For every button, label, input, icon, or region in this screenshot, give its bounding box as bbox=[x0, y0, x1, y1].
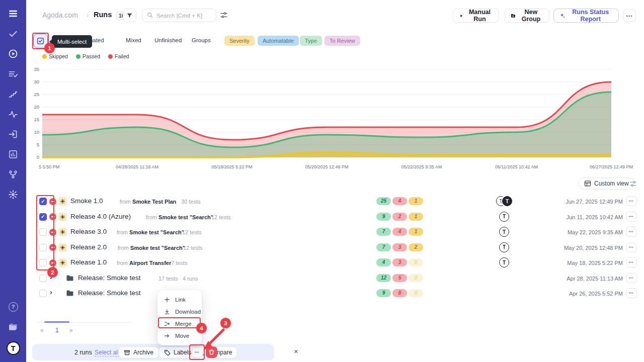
close-icon[interactable]: × bbox=[294, 347, 298, 355]
row-checkbox[interactable]: ✓ bbox=[39, 228, 47, 236]
table-row[interactable]: ✓ Release 2.0 from Smoke test "Search" 1… bbox=[0, 240, 644, 255]
header: Agoda.com › Runs 16 Manual Run New Group… bbox=[0, 0, 644, 30]
run-tests-count: 30 tests bbox=[181, 199, 201, 205]
filter-pill-to-review[interactable]: To Review bbox=[325, 36, 360, 46]
runs-play-icon[interactable] bbox=[8, 48, 19, 59]
menu-item-merge[interactable]: Merge bbox=[157, 318, 202, 330]
menu-item-move[interactable]: Move bbox=[157, 330, 202, 342]
table-row[interactable]: ✓ Release 3.0 from Smoke test "Search" 1… bbox=[0, 224, 644, 240]
breadcrumb-project[interactable]: Agoda.com bbox=[42, 11, 78, 19]
run-source[interactable]: from Smoke Test Plan bbox=[120, 199, 176, 205]
adjustments-sliders-icon[interactable] bbox=[220, 11, 228, 19]
row-more-button[interactable]: ⋯ bbox=[626, 227, 637, 237]
run-name-link[interactable]: Release 3.0 bbox=[70, 228, 107, 235]
delete-button[interactable] bbox=[206, 346, 217, 358]
milestones-steps-icon[interactable] bbox=[8, 88, 19, 100]
header-more-button[interactable]: ⋯ bbox=[623, 9, 636, 22]
expand-chevron-icon[interactable]: › bbox=[50, 288, 52, 296]
tab-unfinished[interactable]: Unfinished bbox=[154, 37, 182, 43]
test-plans-icon[interactable] bbox=[8, 68, 19, 79]
pulse-activity-icon[interactable] bbox=[8, 109, 19, 120]
select-all-link[interactable]: Select all bbox=[95, 349, 119, 356]
tab-mixed[interactable]: Mixed bbox=[126, 37, 141, 43]
run-source[interactable]: from Airport Transfer bbox=[117, 260, 171, 266]
run-status-pills: 12 5 0 bbox=[376, 274, 423, 282]
failed-status-icon bbox=[49, 259, 56, 266]
menu-icon[interactable] bbox=[8, 8, 19, 19]
row-more-button[interactable]: ⋯ bbox=[626, 212, 637, 222]
tab-groups[interactable]: Groups bbox=[192, 37, 211, 43]
run-name-link[interactable]: Smoke 1.0 bbox=[70, 197, 103, 205]
bulk-more-button[interactable]: ⋯ bbox=[192, 347, 203, 357]
runs-status-report-button[interactable]: Runs Status Report bbox=[553, 9, 619, 23]
search-box bbox=[142, 9, 216, 22]
menu-item-download[interactable]: Download bbox=[157, 306, 202, 318]
run-name-link[interactable]: Release 4.0 (Azure) bbox=[70, 213, 131, 220]
chart-legend: Skipped Passed Failed bbox=[42, 53, 129, 59]
row-checkbox[interactable]: ✓ bbox=[39, 213, 47, 221]
row-more-button[interactable]: ⋯ bbox=[626, 242, 637, 252]
row-more-button[interactable]: ⋯ bbox=[626, 257, 637, 267]
archive-button[interactable]: Archive bbox=[118, 346, 159, 358]
group-name[interactable]: Release: Smoke test bbox=[78, 274, 141, 282]
new-group-button[interactable]: New Group bbox=[504, 9, 549, 23]
expand-chevron-icon[interactable]: › bbox=[50, 273, 52, 281]
help-icon[interactable]: ? bbox=[8, 301, 19, 312]
labels-button[interactable]: Labels bbox=[158, 346, 197, 358]
pagination-next[interactable]: » bbox=[69, 327, 73, 334]
multi-select-tooltip: Multi-select bbox=[52, 35, 92, 48]
projects-folder-icon[interactable] bbox=[8, 321, 19, 332]
run-source[interactable]: from Smoke test "Search" bbox=[118, 245, 185, 251]
failed-status-icon bbox=[49, 229, 56, 236]
table-row-group[interactable]: ✓ › Release: Smoke test 17 tests 7 runs … bbox=[0, 286, 644, 301]
merge-icon bbox=[164, 321, 170, 327]
run-source[interactable]: from Smoke test "Search" bbox=[117, 229, 184, 235]
row-checkbox[interactable]: ✓ bbox=[39, 259, 47, 266]
menu-item-link[interactable]: Link bbox=[157, 294, 202, 306]
row-more-button[interactable]: ⋯ bbox=[626, 196, 637, 206]
tests-check-icon[interactable] bbox=[8, 28, 19, 39]
skipped-badge: 0 bbox=[409, 289, 423, 297]
run-name-link[interactable]: Release 2.0 bbox=[70, 243, 107, 251]
table-row[interactable]: ✓ Release 4.0 (Azure) from Smoke test "S… bbox=[0, 209, 644, 225]
filter-pill-severity[interactable]: Severity bbox=[224, 36, 255, 46]
automated-run-icon bbox=[58, 197, 67, 206]
run-source[interactable]: from Smoke test "Search" bbox=[146, 214, 213, 220]
import-icon[interactable] bbox=[8, 129, 19, 140]
plus-icon bbox=[164, 297, 170, 303]
pagination-active-indicator bbox=[44, 321, 69, 323]
filter-funnel-button[interactable] bbox=[123, 9, 136, 22]
filter-pill-type[interactable]: Type bbox=[300, 36, 322, 46]
filter-pill-automatable[interactable]: Automatable bbox=[258, 36, 299, 46]
run-status-pills: 25 4 1 bbox=[376, 197, 423, 205]
table-row-group[interactable]: ✓ › Release: Smoke test 17 tests 4 runs … bbox=[0, 270, 644, 286]
view-settings-sliders-icon[interactable] bbox=[629, 180, 637, 188]
table-row[interactable]: ✓ Release 1.0 from Airport Transfer 7 te… bbox=[0, 255, 644, 270]
analytics-icon[interactable] bbox=[8, 149, 19, 160]
avatar: T bbox=[502, 196, 512, 206]
passed-badge: 12 bbox=[376, 274, 391, 282]
custom-view-button[interactable]: Custom view bbox=[578, 177, 635, 190]
row-more-button[interactable]: ⋯ bbox=[626, 273, 637, 283]
failed-badge: 5 bbox=[392, 274, 407, 282]
pagination-page-1[interactable]: 1 bbox=[55, 327, 59, 334]
group-name[interactable]: Release: Smoke test bbox=[78, 289, 141, 297]
row-checkbox[interactable]: ✓ bbox=[39, 290, 47, 297]
row-more-button[interactable]: ⋯ bbox=[626, 288, 637, 298]
row-checkbox[interactable]: ✓ bbox=[39, 244, 47, 251]
run-name-link[interactable]: Release 1.0 bbox=[70, 258, 107, 266]
table-row[interactable]: ✓ Smoke 1.0 from Smoke Test Plan 30 test… bbox=[0, 194, 644, 209]
row-checkbox[interactable]: ✓ bbox=[39, 275, 47, 282]
manual-run-button[interactable]: Manual Run bbox=[453, 9, 499, 23]
row-checkbox[interactable]: ✓ bbox=[39, 198, 47, 205]
failed-dot-icon bbox=[108, 54, 113, 59]
branch-icon[interactable] bbox=[8, 169, 19, 180]
multi-select-button[interactable] bbox=[33, 34, 48, 48]
pagination-prev[interactable]: « bbox=[40, 327, 44, 334]
settings-gear-icon[interactable] bbox=[8, 189, 19, 200]
chart-x-axis: 26/2025 5:50 PM04/28/2025 11:16 AM05/18/… bbox=[39, 164, 643, 171]
skipped-dot-icon bbox=[42, 54, 47, 59]
workspace-logo[interactable]: T bbox=[7, 341, 20, 355]
run-tests-count: 12 tests bbox=[182, 229, 202, 235]
group-folder-icon bbox=[66, 289, 74, 297]
